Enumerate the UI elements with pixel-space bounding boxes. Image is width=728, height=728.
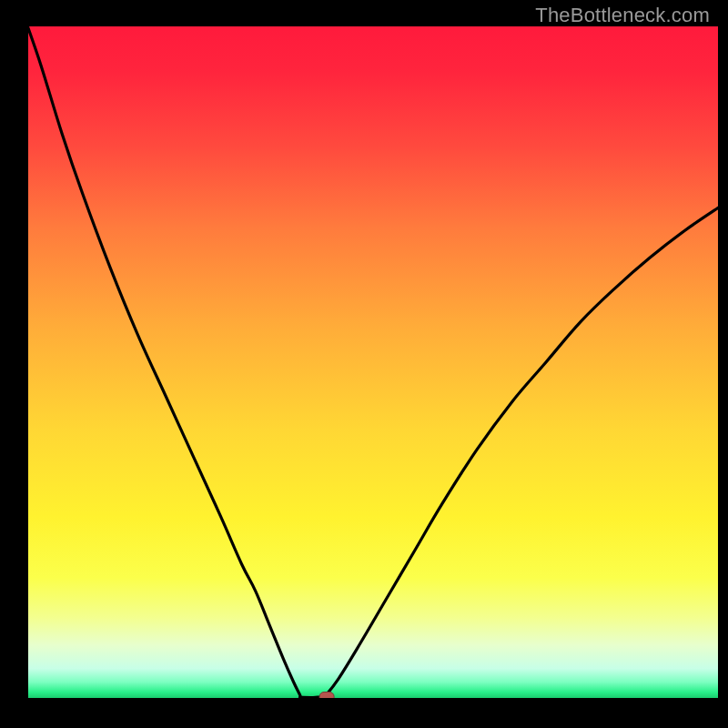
bottleneck-curve-plot	[0, 0, 728, 728]
watermark-label: TheBottleneck.com	[535, 4, 710, 27]
chart-stage: TheBottleneck.com	[0, 0, 728, 728]
plot-background-gradient	[27, 25, 719, 699]
minimum-marker	[319, 693, 334, 703]
